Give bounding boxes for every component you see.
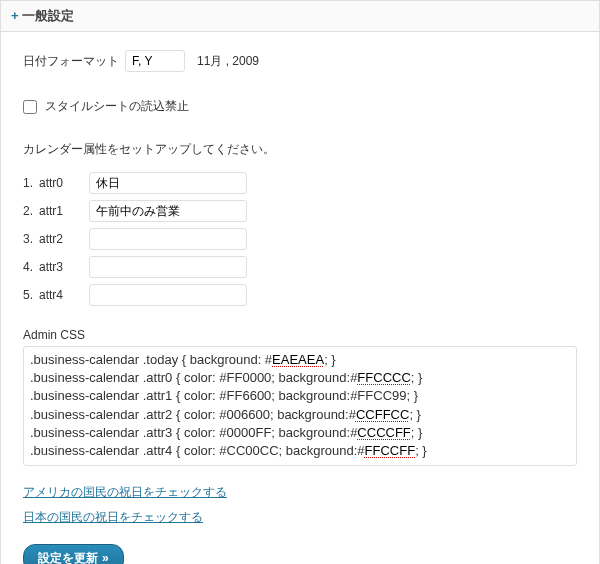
css-line: .business-calendar .attr0 { color: #FF00…: [30, 369, 570, 387]
date-format-row: 日付フォーマット 11月 , 2009: [23, 50, 577, 72]
attr1-input[interactable]: [89, 200, 247, 222]
admin-css-textarea[interactable]: .business-calendar .today { background: …: [23, 346, 577, 466]
css-line: .business-calendar .attr4 { color: #CC00…: [30, 442, 570, 460]
date-format-input[interactable]: [125, 50, 185, 72]
panel-header[interactable]: +一般設定: [1, 1, 599, 32]
attr-name: attr0: [39, 176, 89, 190]
attr-name: attr2: [39, 232, 89, 246]
attr-name: attr1: [39, 204, 89, 218]
attr-num: 3.: [23, 232, 39, 246]
attr-num: 5.: [23, 288, 39, 302]
attr-name: attr3: [39, 260, 89, 274]
date-format-sample: 11月 , 2009: [197, 53, 259, 70]
attr2-input[interactable]: [89, 228, 247, 250]
japan-holidays-link[interactable]: 日本の国民の祝日をチェックする: [23, 509, 577, 526]
general-settings-panel: +一般設定 日付フォーマット 11月 , 2009 スタイルシートの読込禁止 カ…: [0, 0, 600, 564]
stylesheet-disable-row: スタイルシートの読込禁止: [23, 98, 577, 115]
attr-name: attr4: [39, 288, 89, 302]
attr-row-1: 2. attr1: [23, 200, 577, 222]
attr4-input[interactable]: [89, 284, 247, 306]
expand-icon: +: [11, 8, 19, 23]
attr3-input[interactable]: [89, 256, 247, 278]
attr-num: 4.: [23, 260, 39, 274]
admin-css-label: Admin CSS: [23, 328, 577, 342]
attr-num: 1.: [23, 176, 39, 190]
panel-body: 日付フォーマット 11月 , 2009 スタイルシートの読込禁止 カレンダー属性…: [1, 32, 599, 564]
attr-row-4: 5. attr4: [23, 284, 577, 306]
css-line: .business-calendar .attr1 { color: #FF66…: [30, 387, 570, 405]
stylesheet-disable-checkbox[interactable]: [23, 100, 37, 114]
attr-row-0: 1. attr0: [23, 172, 577, 194]
raquo-icon: »: [102, 551, 109, 564]
holiday-links: アメリカの国民の祝日をチェックする 日本の国民の祝日をチェックする: [23, 484, 577, 526]
attr-row-2: 3. attr2: [23, 228, 577, 250]
css-line: .business-calendar .attr3 { color: #0000…: [30, 424, 570, 442]
attr-row-3: 4. attr3: [23, 256, 577, 278]
css-line: .business-calendar .today { background: …: [30, 351, 570, 369]
date-format-label: 日付フォーマット: [23, 53, 119, 70]
calendar-instruction: カレンダー属性をセットアップしてください。: [23, 141, 577, 158]
css-line: .business-calendar .attr2 { color: #0066…: [30, 406, 570, 424]
panel-title: 一般設定: [22, 8, 74, 23]
submit-label: 設定を更新: [38, 551, 98, 564]
stylesheet-disable-label: スタイルシートの読込禁止: [45, 98, 189, 115]
usa-holidays-link[interactable]: アメリカの国民の祝日をチェックする: [23, 484, 577, 501]
attr-num: 2.: [23, 204, 39, 218]
attr0-input[interactable]: [89, 172, 247, 194]
update-settings-button[interactable]: 設定を更新»: [23, 544, 124, 564]
